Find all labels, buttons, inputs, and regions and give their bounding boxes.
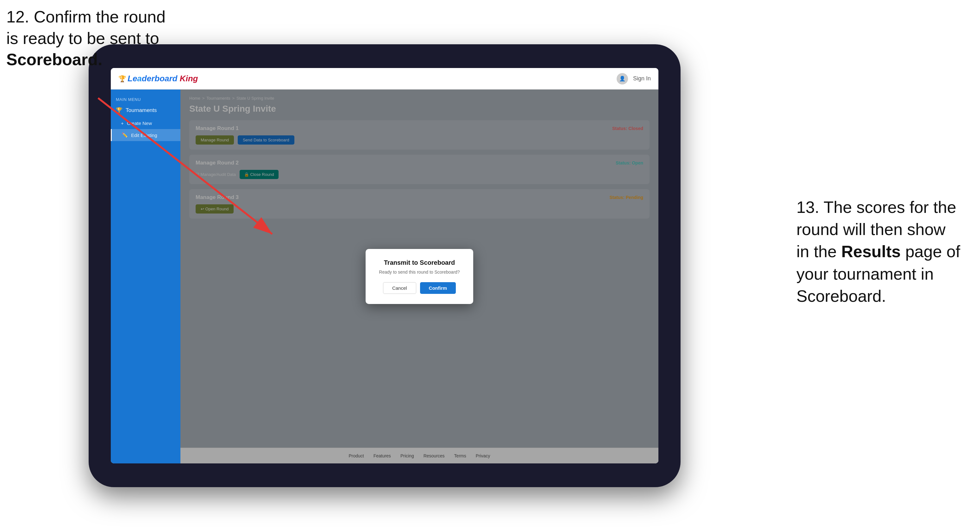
annotation-line1: 12. Confirm the round xyxy=(6,8,165,26)
sidebar-item-tournaments[interactable]: 🏆 Tournaments xyxy=(111,103,180,117)
logo-text: Leaderboard King xyxy=(127,74,198,84)
annotation-right-text: 13. The scores for the round will then s… xyxy=(796,198,960,305)
sign-in-link[interactable]: Sign In xyxy=(633,75,651,82)
sidebar-edit-existing[interactable]: ✏️ Edit Existing xyxy=(111,129,180,141)
avatar-icon: 👤 xyxy=(617,73,628,84)
modal-buttons: Cancel Confirm xyxy=(377,282,462,294)
page-content: Home > Tournaments > State U Spring Invi… xyxy=(180,89,659,464)
modal-confirm-button[interactable]: Confirm xyxy=(420,282,456,294)
sidebar-menu-label: MAIN MENU xyxy=(111,95,180,103)
nav-right: 👤 Sign In xyxy=(617,73,651,84)
annotation-right: 13. The scores for the round will then s… xyxy=(796,196,961,307)
main-content: MAIN MENU 🏆 Tournaments + Create New ✏️ … xyxy=(111,89,659,464)
modal-cancel-button[interactable]: Cancel xyxy=(383,282,416,294)
sidebar: MAIN MENU 🏆 Tournaments + Create New ✏️ … xyxy=(111,89,180,464)
logo-crown-icon: 🏆 xyxy=(118,75,126,83)
modal-overlay: Transmit to Scoreboard Ready to send thi… xyxy=(180,89,659,464)
tablet-device: 🏆 Leaderboard King 👤 Sign In MAIN MENU 🏆… xyxy=(89,44,681,487)
logo-area: 🏆 Leaderboard King xyxy=(118,74,198,84)
annotation-top: 12. Confirm the round is ready to be sen… xyxy=(6,6,165,71)
annotation-line3: Scoreboard. xyxy=(6,50,102,69)
transmit-modal: Transmit to Scoreboard Ready to send thi… xyxy=(366,249,473,304)
plus-icon: + xyxy=(121,121,124,126)
modal-subtitle: Ready to send this round to Scoreboard? xyxy=(377,270,462,275)
edit-existing-label: Edit Existing xyxy=(131,133,158,138)
trophy-icon: 🏆 xyxy=(116,107,123,114)
create-new-label: Create New xyxy=(127,121,152,126)
sidebar-tournaments-label: Tournaments xyxy=(126,107,157,114)
modal-title: Transmit to Scoreboard xyxy=(377,259,462,266)
top-nav: 🏆 Leaderboard King 👤 Sign In xyxy=(111,68,659,89)
sidebar-create-new[interactable]: + Create New xyxy=(111,117,180,129)
tablet-screen: 🏆 Leaderboard King 👤 Sign In MAIN MENU 🏆… xyxy=(111,68,659,464)
annotation-line2: is ready to be sent to xyxy=(6,29,159,48)
edit-icon: ✏️ xyxy=(122,132,128,138)
